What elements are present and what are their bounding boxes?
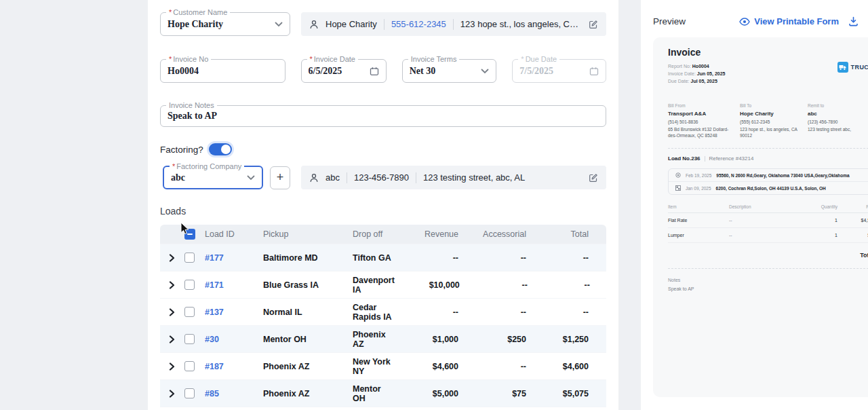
dropoff-cell: New York NY (353, 357, 393, 376)
item-description: -- (729, 218, 797, 223)
row-checkbox[interactable] (184, 388, 195, 398)
revenue-cell: -- (393, 253, 458, 263)
invoice-terms-select[interactable]: Invoice Terms Net 30 (402, 59, 497, 83)
invoice-notes-label: Invoice Notes (166, 101, 217, 110)
invoice-terms-label: Invoice Terms (408, 55, 460, 64)
due-date-label: *Due Date (518, 55, 559, 64)
customer-contact-name: Hope Charity (326, 19, 377, 29)
expand-row-icon[interactable] (167, 335, 176, 344)
toggle-knob (221, 145, 231, 154)
revenue-cell: $10,000 (395, 280, 460, 290)
factoring-contact-bar: abc 123-456-7890 123 testing street, abc… (301, 166, 606, 189)
load-id-link[interactable]: #85 (205, 389, 263, 398)
accessorial-cell: -- (460, 280, 528, 290)
edit-icon[interactable] (589, 20, 598, 29)
expand-row-icon[interactable] (167, 280, 176, 290)
chevron-down-icon (275, 22, 283, 27)
invoice-terms-value: Net 30 (410, 66, 481, 77)
expand-row-icon[interactable] (167, 308, 176, 317)
dropoff-cell: Davenport IA (353, 276, 395, 295)
accessorial-cell: -- (458, 308, 526, 317)
table-row: #85Phoenix AZMentor OH$5,000$75$5,075 (160, 379, 606, 407)
row-checkbox[interactable] (184, 334, 195, 344)
column-header-accessorial[interactable]: Accessorial (458, 229, 526, 239)
preview-report-no: Report No: Ho0004 (668, 62, 725, 70)
person-icon (309, 20, 319, 29)
stop-date: Feb 19, 2025 (686, 173, 711, 178)
row-checkbox[interactable] (184, 307, 195, 317)
factoring-toggle[interactable] (209, 143, 232, 155)
divider (453, 19, 454, 30)
load-id-link[interactable]: #177 (205, 253, 263, 263)
table-row: #137Normal ILCedar Rapids IA------ (160, 298, 606, 325)
expand-row-icon[interactable] (167, 362, 176, 371)
row-checkbox[interactable] (184, 253, 195, 263)
row-checkbox[interactable] (184, 280, 195, 290)
item-rate: $75 (837, 233, 868, 238)
invoice-date-input[interactable]: *Invoice Date 6/5/2025 (301, 59, 387, 83)
item-name: Flat Rate (668, 218, 729, 223)
invoice-notes-input[interactable]: Invoice Notes Speak to AP (160, 105, 606, 127)
brand-logo: TRUCKI (837, 47, 868, 85)
load-id-link[interactable]: #187 (205, 362, 263, 371)
factoring-company-select[interactable]: *Factoring Company abc (163, 166, 263, 189)
pickup-cell: Blue Grass IA (263, 280, 353, 290)
load-id-link[interactable]: #171 (205, 280, 263, 290)
preview-total-label: Total (668, 252, 868, 259)
item-quantity: 1 (797, 218, 837, 223)
table-row: #171Blue Grass IADavenport IA$10,000---- (160, 271, 606, 298)
expand-row-icon[interactable] (167, 389, 176, 398)
chevron-down-icon (247, 175, 255, 181)
add-factoring-company-button[interactable]: + (270, 166, 290, 189)
loads-table-body: #177Baltimore MDTifton GA------#171Blue … (160, 244, 606, 410)
stop-address: 6200, Cochran Rd,Solon, OH 44139 U.S.A, … (716, 186, 826, 191)
invoice-no-input[interactable]: *Invoice No Ho0004 (160, 59, 285, 83)
table-row: #177Baltimore MDTifton GA------ (160, 244, 606, 271)
factoring-company-value: abc (171, 172, 247, 183)
remit-to-block: Remit to abc (123) 456-7890 123 testing … (808, 102, 868, 138)
loads-table-header: Load ID Pickup Drop off Revenue Accessor… (160, 225, 606, 244)
row-checkbox[interactable] (184, 361, 195, 371)
calendar-icon (589, 67, 599, 76)
column-header-dropoff[interactable]: Drop off (353, 229, 393, 239)
preview-invoice-heading: Invoice (668, 47, 725, 58)
revenue-cell: $1,000 (393, 335, 458, 344)
edit-icon[interactable] (589, 173, 598, 183)
invoice-preview-panel: Preview View Printable Form Invoice Repo… (641, 0, 868, 410)
chevron-down-icon (481, 69, 489, 74)
stop-date: Jan 09, 2025 (686, 186, 711, 191)
accessorial-cell: $75 (458, 389, 526, 398)
preview-due-date: Due Date: Jul 05, 2025 (668, 77, 725, 85)
divider (416, 172, 416, 183)
load-id-link[interactable]: #137 (205, 308, 263, 317)
factoring-contact-address: 123 testing street, abc, AL (423, 172, 582, 183)
customer-contact-address: 123 hope st., los angeles, CA … (460, 19, 582, 29)
total-cell: $1,250 (526, 335, 589, 344)
customer-contact-phone[interactable]: 555-612-2345 (391, 19, 446, 29)
item-quantity: 1 (797, 233, 837, 238)
invoice-line-item: Flat Rate--1$4,500 (668, 213, 868, 228)
loads-section-title: Loads (160, 206, 606, 217)
download-icon[interactable] (848, 16, 859, 26)
item-name: Lumper (668, 233, 729, 238)
pickup-cell: Baltimore MD (263, 253, 353, 263)
column-header-load-id[interactable]: Load ID (205, 229, 263, 239)
total-cell: -- (526, 308, 589, 317)
total-cell: $5,075 (526, 389, 589, 398)
column-header-pickup[interactable]: Pickup (263, 229, 353, 239)
bill-to-block: Bill To Hope Charity (555) 612-2345 123 … (740, 102, 808, 138)
customer-name-select[interactable]: *Customer Name Hope Charity (160, 12, 290, 36)
revenue-cell: -- (393, 308, 458, 317)
load-id-link[interactable]: #30 (205, 335, 263, 344)
revenue-cell: $4,600 (393, 362, 458, 371)
expand-row-icon[interactable] (167, 253, 176, 263)
accessorial-cell: -- (458, 253, 526, 263)
column-header-revenue[interactable]: Revenue (393, 229, 458, 239)
column-header-total[interactable]: Total (526, 229, 589, 239)
item-description: -- (729, 233, 797, 238)
invoice-line-item: Lumper--1$75 (668, 228, 868, 243)
view-printable-form-link[interactable]: View Printable Form (739, 16, 839, 26)
accessorial-cell: $250 (458, 335, 526, 344)
calendar-icon[interactable] (370, 67, 379, 76)
preview-load-no: Load No.236 (668, 155, 701, 162)
